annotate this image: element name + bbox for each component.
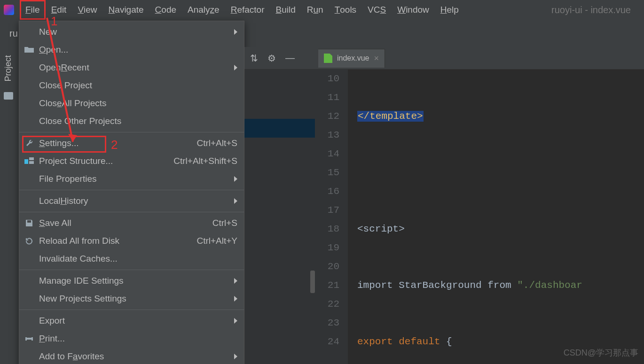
shortcut-label: Ctrl+Alt+S bbox=[196, 138, 237, 148]
sidebar-label: Project bbox=[3, 55, 13, 81]
svg-rect-2 bbox=[29, 161, 34, 164]
code-content: </template> <script> import StarBackgrou… bbox=[348, 70, 644, 364]
menu-item-settings[interactable]: Settings... Ctrl+Alt+S bbox=[19, 134, 244, 152]
menu-help[interactable]: Help bbox=[435, 0, 464, 20]
line-gutter: 101112 131415 161718 192021 222324 bbox=[315, 70, 348, 364]
wrench-icon bbox=[24, 139, 34, 147]
menu-file[interactable]: File bbox=[20, 0, 46, 20]
shortcut-label: Ctrl+S bbox=[212, 218, 237, 228]
submenu-arrow-icon bbox=[234, 296, 237, 302]
save-icon bbox=[24, 219, 34, 227]
project-structure-icon bbox=[24, 157, 34, 165]
menu-item-close-all-projects[interactable]: Close All Projects bbox=[19, 94, 244, 112]
app-icon bbox=[4, 5, 14, 15]
reload-icon bbox=[24, 237, 34, 245]
menu-item-reload-from-disk[interactable]: Reload All from DiskCtrl+Alt+Y bbox=[19, 232, 244, 250]
menu-separator bbox=[19, 132, 244, 132]
shortcut-label: Ctrl+Alt+Y bbox=[196, 236, 237, 246]
editor-toolbar: ⇅ ⚙ — index.vue × bbox=[244, 47, 644, 70]
menu-item-local-history[interactable]: Local History bbox=[19, 192, 244, 210]
submenu-arrow-icon bbox=[234, 176, 237, 182]
print-icon bbox=[24, 334, 34, 343]
close-tab-icon[interactable]: × bbox=[374, 54, 379, 63]
menu-item-save-all[interactable]: Save All Ctrl+S bbox=[19, 214, 244, 232]
watermark: CSDN@学习那点事 bbox=[564, 347, 638, 358]
menu-tools[interactable]: Tools bbox=[329, 0, 362, 20]
menu-separator bbox=[19, 212, 244, 212]
submenu-arrow-icon bbox=[234, 354, 237, 359]
submenu-arrow-icon bbox=[234, 318, 237, 324]
expand-all-icon[interactable]: ⇅ bbox=[250, 53, 258, 64]
file-menu-dropdown: New Open... Open Recent Close Project Cl… bbox=[19, 21, 244, 364]
submenu-arrow-icon bbox=[234, 278, 237, 284]
submenu-arrow-icon bbox=[234, 29, 237, 35]
gear-icon[interactable]: ⚙ bbox=[267, 53, 276, 64]
menu-navigate[interactable]: Navigate bbox=[103, 0, 149, 20]
window-title: ruoyi-ui - index.vue bbox=[551, 5, 640, 15]
tab-label: index.vue bbox=[337, 54, 369, 62]
menu-item-close-project[interactable]: Close Project bbox=[19, 77, 244, 94]
open-folder-icon bbox=[24, 46, 34, 54]
svg-rect-0 bbox=[24, 159, 28, 164]
tool-window-project-tab[interactable]: Project bbox=[0, 47, 16, 89]
menu-window[interactable]: Window bbox=[392, 0, 435, 20]
menu-item-open[interactable]: Open... bbox=[19, 41, 244, 59]
editor-tab-index-vue[interactable]: index.vue × bbox=[318, 49, 385, 68]
menu-item-file-properties[interactable]: File Properties bbox=[19, 170, 244, 188]
annotation-number-1: 1 bbox=[51, 14, 57, 29]
menu-item-project-structure[interactable]: Project Structure...Ctrl+Alt+Shift+S bbox=[19, 152, 244, 170]
submenu-arrow-icon bbox=[234, 198, 237, 204]
menu-view[interactable]: View bbox=[72, 0, 102, 20]
menu-separator bbox=[19, 270, 244, 270]
gutter-background bbox=[244, 70, 315, 364]
menu-separator bbox=[19, 310, 244, 310]
minimize-icon[interactable]: — bbox=[285, 53, 295, 63]
menu-edit[interactable]: Edit bbox=[46, 0, 72, 20]
svg-rect-4 bbox=[27, 335, 31, 338]
code-editor[interactable]: 101112 131415 161718 192021 222324 </tem… bbox=[315, 70, 644, 364]
menu-item-close-other-projects[interactable]: Close Other Projects bbox=[19, 112, 244, 130]
menu-refactor[interactable]: Refactor bbox=[225, 0, 270, 20]
breadcrumb: ru bbox=[9, 28, 18, 39]
menu-separator bbox=[19, 190, 244, 190]
menu-vcs[interactable]: VCS bbox=[362, 0, 392, 20]
menubar: File Edit View Navigate Code Analyze Ref… bbox=[0, 0, 644, 20]
shortcut-label: Ctrl+Alt+Shift+S bbox=[173, 156, 237, 166]
menu-build[interactable]: Build bbox=[270, 0, 301, 20]
folder-icon bbox=[4, 92, 13, 100]
menu-code[interactable]: Code bbox=[149, 0, 182, 20]
menu-item-invalidate-caches[interactable]: Invalidate Caches... bbox=[19, 250, 244, 268]
menu-item-add-to-favorites[interactable]: Add to Favorites bbox=[19, 348, 244, 364]
scrollbar-thumb[interactable] bbox=[310, 271, 315, 293]
menu-item-export[interactable]: Export bbox=[19, 312, 244, 330]
annotation-number-2: 2 bbox=[111, 138, 118, 152]
menu-run[interactable]: Run bbox=[301, 0, 329, 20]
vue-file-icon bbox=[324, 54, 332, 63]
svg-rect-1 bbox=[29, 157, 34, 160]
menu-item-print[interactable]: Print... bbox=[19, 330, 244, 348]
svg-rect-5 bbox=[27, 340, 31, 342]
selected-row-highlight bbox=[244, 119, 315, 138]
menu-item-new-projects-settings[interactable]: New Projects Settings bbox=[19, 290, 244, 308]
menu-analyze[interactable]: Analyze bbox=[182, 0, 225, 20]
menu-item-open-recent[interactable]: Open Recent bbox=[19, 59, 244, 77]
menu-item-manage-ide-settings[interactable]: Manage IDE Settings bbox=[19, 272, 244, 290]
submenu-arrow-icon bbox=[234, 65, 237, 70]
